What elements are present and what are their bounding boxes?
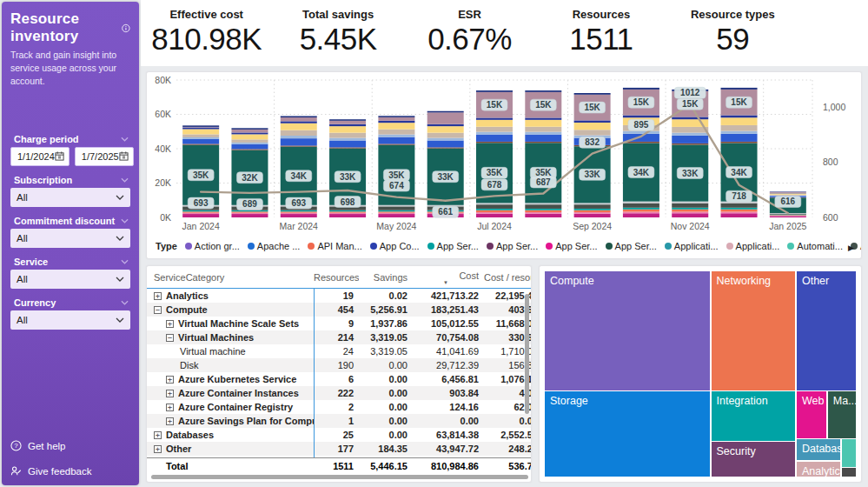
bar-segment[interactable] <box>525 204 561 209</box>
bar-segment[interactable] <box>231 214 268 217</box>
bar-segment[interactable] <box>574 123 611 130</box>
table-row[interactable]: +Azure Kubernetes Service60.006,456.811,… <box>147 372 531 386</box>
bar-segment[interactable] <box>281 130 317 136</box>
bar-segment[interactable] <box>182 213 219 214</box>
bar-segment[interactable] <box>770 195 806 196</box>
legend-item[interactable]: App Ser... <box>427 241 479 251</box>
bar-segment[interactable] <box>476 117 513 119</box>
bar-segment[interactable] <box>770 191 806 192</box>
column-header-cost[interactable]: Cost▼ <box>413 270 484 284</box>
treemap-tile-other[interactable]: Other <box>797 271 856 390</box>
bar-segment[interactable] <box>721 88 758 90</box>
bar-segment[interactable] <box>281 210 317 212</box>
bar-segment[interactable] <box>476 209 513 210</box>
column-header-servicecategory[interactable]: ServiceCategory <box>147 272 314 283</box>
bar-segment[interactable] <box>672 210 708 212</box>
table-row[interactable]: −Compute4545,256.91183,251.43403.64 <box>147 303 531 317</box>
bar-segment[interactable] <box>329 213 366 214</box>
bar-segment[interactable] <box>182 128 219 130</box>
kpi-resources[interactable]: Resources1511 <box>535 0 666 66</box>
bar-segment[interactable] <box>231 130 268 133</box>
bar-segment[interactable] <box>378 135 414 137</box>
bar-segment[interactable] <box>721 117 758 125</box>
calendar-icon[interactable] <box>119 151 129 161</box>
service-select[interactable]: All <box>10 270 130 289</box>
bar-segment[interactable] <box>623 211 659 213</box>
bar-segment[interactable] <box>427 111 464 113</box>
legend-item[interactable]: Apache ... <box>248 241 301 251</box>
kpi-effective-cost[interactable]: Effective cost810.98K <box>141 0 272 66</box>
chevron-down-icon[interactable] <box>121 300 129 305</box>
kpi-total-savings[interactable]: Total savings5.45K <box>272 0 403 66</box>
bar-segment[interactable] <box>525 127 561 132</box>
bar-segment[interactable] <box>476 135 513 142</box>
bar-segment[interactable] <box>427 138 464 141</box>
bar-segment[interactable] <box>623 202 659 203</box>
treemap-tile-compute[interactable]: Compute <box>545 271 710 390</box>
bar-segment[interactable] <box>574 203 611 204</box>
bar-segment[interactable] <box>329 124 366 126</box>
expand-toggle-icon[interactable]: + <box>154 445 162 453</box>
stacked-cost-chart[interactable]: 0K20K40K60K80K6008001,00035K69332K68934K… <box>147 72 863 236</box>
bar-segment[interactable] <box>525 212 561 214</box>
bar-segment[interactable] <box>623 88 659 90</box>
expand-toggle-icon[interactable]: + <box>154 292 162 300</box>
bar-segment[interactable] <box>525 210 561 212</box>
bar-segment[interactable] <box>182 134 219 137</box>
bar-segment[interactable] <box>281 116 317 117</box>
bar-segment[interactable] <box>427 126 464 133</box>
bar-segment[interactable] <box>281 145 317 146</box>
bar-segment[interactable] <box>623 131 659 134</box>
chevron-down-icon[interactable] <box>121 177 129 183</box>
bar-segment[interactable] <box>476 203 513 204</box>
kpi-resource-types[interactable]: Resource types59 <box>667 0 798 66</box>
bar-segment[interactable] <box>672 117 708 119</box>
expand-toggle-icon[interactable]: + <box>154 431 162 439</box>
bar-segment[interactable] <box>623 213 659 217</box>
bar-segment[interactable] <box>721 211 758 213</box>
bar-segment[interactable] <box>525 203 561 204</box>
bar-segment[interactable] <box>281 138 317 145</box>
commitment-discount-select[interactable]: All <box>10 229 130 248</box>
column-header-resources[interactable]: Resources <box>314 272 359 283</box>
kpi-esr[interactable]: ESR0.67% <box>404 0 535 66</box>
bar-segment[interactable] <box>525 132 561 135</box>
treemap-tile-security[interactable]: Security <box>712 442 796 477</box>
bar-segment[interactable] <box>231 143 268 144</box>
bar-segment[interactable] <box>182 210 219 212</box>
bar-segment[interactable] <box>281 211 317 212</box>
bar-segment[interactable] <box>672 133 708 136</box>
bar-segment[interactable] <box>281 214 317 217</box>
bar-segment[interactable] <box>182 143 219 144</box>
legend-next-arrow[interactable]: ▶ <box>848 244 854 252</box>
bar-segment[interactable] <box>427 141 464 148</box>
bar-segment[interactable] <box>427 124 464 126</box>
bar-segment[interactable] <box>672 213 708 217</box>
table-row[interactable]: +Virtual Machine Scale Sets91,937.86105,… <box>147 317 531 330</box>
bar-segment[interactable] <box>476 214 513 217</box>
bar-segment[interactable] <box>574 212 611 214</box>
treemap-tile-small[interactable] <box>842 468 856 477</box>
column-header-savings[interactable]: Savings <box>359 272 413 283</box>
bar-segment[interactable] <box>476 132 513 135</box>
bar-segment[interactable] <box>329 211 366 212</box>
bar-segment[interactable] <box>672 127 708 133</box>
bar-segment[interactable] <box>281 213 317 214</box>
bar-segment[interactable] <box>231 128 268 130</box>
expand-toggle-icon[interactable]: + <box>166 404 174 411</box>
calendar-icon[interactable] <box>55 151 64 161</box>
bar-segment[interactable] <box>427 112 464 123</box>
subscription-select[interactable]: All <box>10 188 130 207</box>
bar-segment[interactable] <box>525 117 561 119</box>
stacked-bar[interactable] <box>378 116 414 217</box>
bar-segment[interactable] <box>476 127 513 132</box>
bar-segment[interactable] <box>281 123 317 130</box>
bar-segment[interactable] <box>525 135 561 142</box>
bar-segment[interactable] <box>182 125 219 127</box>
bar-segment[interactable] <box>623 208 659 210</box>
bar-segment[interactable] <box>721 115 758 117</box>
expand-toggle-icon[interactable]: + <box>166 376 174 384</box>
bar-segment[interactable] <box>329 214 366 217</box>
bar-segment[interactable] <box>476 90 513 92</box>
bar-segment[interactable] <box>281 121 317 123</box>
